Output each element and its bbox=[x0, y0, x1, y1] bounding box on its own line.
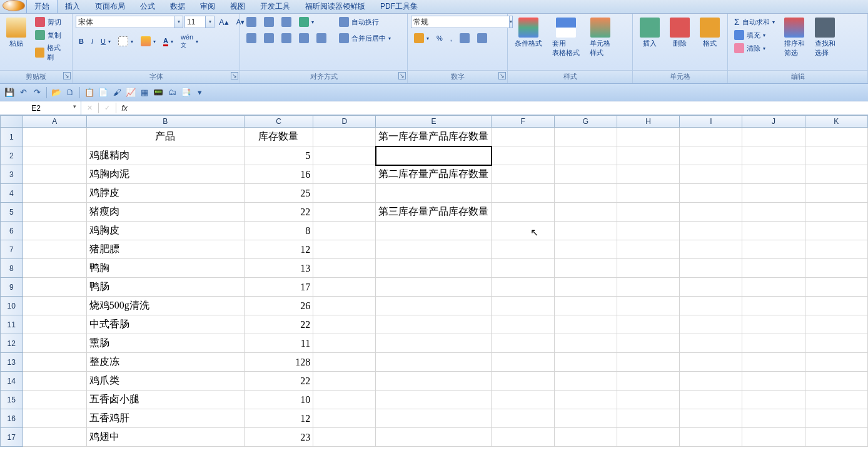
cell-C12[interactable]: 11 bbox=[244, 334, 313, 353]
row-header-6[interactable]: 6 bbox=[1, 222, 23, 240]
clipboard-dialog-launcher[interactable]: ↘ bbox=[63, 72, 71, 79]
row-header-17[interactable]: 17 bbox=[1, 428, 23, 447]
row-header-7[interactable]: 7 bbox=[1, 240, 23, 259]
cell-K13[interactable] bbox=[805, 353, 867, 372]
cell-D3[interactable] bbox=[313, 165, 376, 184]
cell-C1[interactable]: 库存数量 bbox=[244, 128, 313, 146]
cell-D14[interactable] bbox=[313, 372, 376, 391]
cell-J2[interactable] bbox=[742, 146, 805, 165]
cell-E13[interactable] bbox=[376, 353, 492, 372]
cell-B16[interactable]: 五香鸡肝 bbox=[86, 409, 244, 428]
cell-I12[interactable] bbox=[680, 334, 742, 353]
cell-D6[interactable] bbox=[313, 222, 376, 240]
cell-K2[interactable] bbox=[805, 146, 867, 165]
qat-calc-button[interactable]: 📟 bbox=[153, 87, 164, 98]
office-button[interactable] bbox=[3, 0, 25, 11]
cell-D17[interactable] bbox=[313, 428, 376, 447]
cell-F15[interactable] bbox=[492, 391, 554, 409]
delete-cells-button[interactable]: 删除 bbox=[666, 16, 694, 50]
cell-C9[interactable]: 17 bbox=[244, 278, 313, 297]
name-box[interactable]: E2▾ bbox=[0, 101, 81, 115]
cell-I8[interactable] bbox=[680, 259, 742, 278]
cell-I4[interactable] bbox=[680, 184, 742, 203]
cell-G13[interactable] bbox=[554, 353, 617, 372]
cell-C16[interactable]: 12 bbox=[244, 409, 313, 428]
cell-I9[interactable] bbox=[680, 278, 742, 297]
cell-F1[interactable] bbox=[492, 128, 554, 146]
cell-I13[interactable] bbox=[680, 353, 742, 372]
align-right-button[interactable] bbox=[278, 32, 295, 44]
cell-C10[interactable]: 26 bbox=[244, 297, 313, 315]
redo-button[interactable]: ↷ bbox=[31, 87, 43, 98]
cell-E11[interactable] bbox=[376, 315, 492, 334]
tab-pdf-tools[interactable]: PDF工具集 bbox=[373, 0, 425, 13]
cell-G5[interactable] bbox=[554, 203, 617, 222]
decrease-decimal-button[interactable] bbox=[474, 32, 490, 44]
cell-H1[interactable] bbox=[617, 128, 679, 146]
cell-E5[interactable]: 第三库存量产品库存数量 bbox=[376, 203, 492, 222]
cell-F14[interactable] bbox=[492, 372, 554, 391]
cell-I7[interactable] bbox=[680, 240, 742, 259]
cell-C3[interactable]: 16 bbox=[244, 165, 313, 184]
cell-G11[interactable] bbox=[554, 315, 617, 334]
cell-G9[interactable] bbox=[554, 278, 617, 297]
cell-B13[interactable]: 整皮冻 bbox=[86, 353, 244, 372]
cell-D12[interactable] bbox=[313, 334, 376, 353]
accounting-format-button[interactable]: ▾ bbox=[411, 32, 432, 44]
cell-G14[interactable] bbox=[554, 372, 617, 391]
cell-D7[interactable] bbox=[313, 240, 376, 259]
cell-A3[interactable] bbox=[23, 165, 86, 184]
copy-button[interactable]: 复制 bbox=[32, 29, 69, 41]
tab-view[interactable]: 视图 bbox=[223, 0, 253, 13]
cell-K17[interactable] bbox=[805, 428, 867, 447]
save-button[interactable]: 💾 bbox=[4, 87, 15, 98]
cell-F17[interactable] bbox=[492, 428, 554, 447]
cell-C4[interactable]: 25 bbox=[244, 184, 313, 203]
cell-H7[interactable] bbox=[617, 240, 679, 259]
cell-A8[interactable] bbox=[23, 259, 86, 278]
cell-B3[interactable]: 鸡胸肉泥 bbox=[86, 165, 244, 184]
cell-G1[interactable] bbox=[554, 128, 617, 146]
cell-F7[interactable] bbox=[492, 240, 554, 259]
cell-F4[interactable] bbox=[492, 184, 554, 203]
cell-A12[interactable] bbox=[23, 334, 86, 353]
orientation-button[interactable]: ▾ bbox=[296, 16, 317, 28]
accept-formula-button[interactable]: ✓ bbox=[99, 103, 116, 113]
tab-insert[interactable]: 插入 bbox=[58, 0, 88, 13]
paste-button[interactable]: 粘贴 bbox=[3, 16, 29, 50]
cell-K11[interactable] bbox=[805, 315, 867, 334]
cell-I3[interactable] bbox=[680, 165, 742, 184]
cell-B9[interactable]: 鸭肠 bbox=[86, 278, 244, 297]
merge-center-button[interactable]: 合并后居中▾ bbox=[336, 32, 394, 44]
cell-D10[interactable] bbox=[313, 297, 376, 315]
qat-format-button[interactable]: 🖌 bbox=[111, 87, 123, 98]
cell-C7[interactable]: 12 bbox=[244, 240, 313, 259]
conditional-format-button[interactable]: 条件格式 bbox=[511, 16, 546, 50]
cell-A2[interactable] bbox=[23, 146, 86, 165]
cell-F5[interactable] bbox=[492, 203, 554, 222]
cell-E17[interactable] bbox=[376, 428, 492, 447]
row-header-11[interactable]: 11 bbox=[1, 315, 23, 334]
cell-C2[interactable]: 5 bbox=[244, 146, 313, 165]
cell-C15[interactable]: 10 bbox=[244, 391, 313, 409]
cell-H16[interactable] bbox=[617, 409, 679, 428]
cell-A6[interactable] bbox=[23, 222, 86, 240]
cell-F3[interactable] bbox=[492, 165, 554, 184]
cell-H2[interactable] bbox=[617, 146, 679, 165]
undo-button[interactable]: ↶ bbox=[18, 87, 29, 98]
qat-misc2-button[interactable]: 📑 bbox=[180, 87, 191, 98]
qat-more-button[interactable]: ▾ bbox=[194, 87, 205, 98]
cell-B12[interactable]: 熏肠 bbox=[86, 334, 244, 353]
col-header-H[interactable]: H bbox=[617, 116, 679, 128]
row-header-5[interactable]: 5 bbox=[1, 203, 23, 222]
cell-K8[interactable] bbox=[805, 259, 867, 278]
cell-F2[interactable] bbox=[492, 146, 554, 165]
chevron-down-icon[interactable]: ▾ bbox=[174, 16, 183, 28]
cell-C17[interactable]: 23 bbox=[244, 428, 313, 447]
cell-H5[interactable] bbox=[617, 203, 679, 222]
cell-E10[interactable] bbox=[376, 297, 492, 315]
cell-E2[interactable] bbox=[376, 146, 492, 165]
row-header-13[interactable]: 13 bbox=[1, 353, 23, 372]
cell-J5[interactable] bbox=[742, 203, 805, 222]
cell-G17[interactable] bbox=[554, 428, 617, 447]
